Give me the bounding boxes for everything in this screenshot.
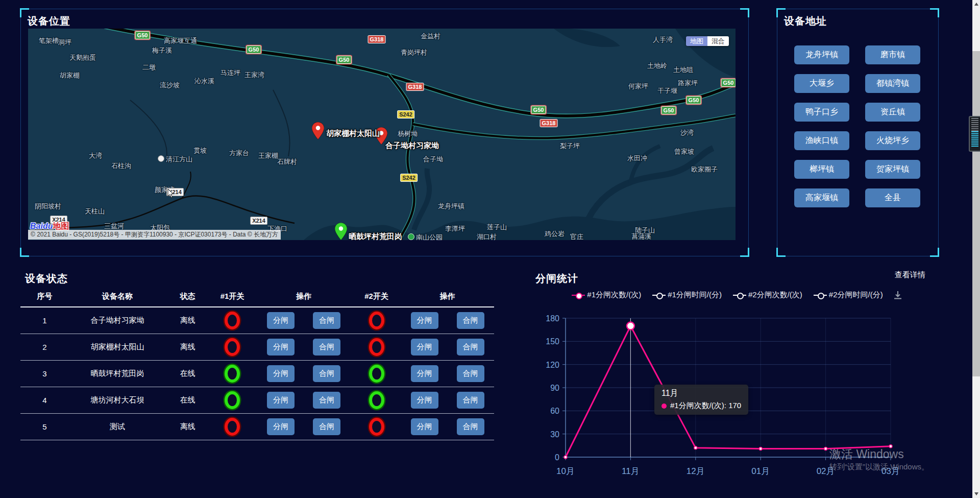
legend-item[interactable]: #2分闸时间/(分) (814, 290, 883, 300)
open-switch1-button[interactable]: 分闸 (267, 418, 295, 435)
scrollbar-up-button[interactable] (972, 0, 980, 8)
switch1-cell (225, 365, 240, 383)
close-switch2-button[interactable]: 合闸 (457, 418, 484, 435)
map-place-label: 官庄 (570, 232, 583, 240)
road-badge-G318: G318 (540, 119, 558, 127)
chart-legend: #1分闸次数/(次)#1分闸时间/(分)#2分闸次数/(次)#2分闸时间/(分) (528, 290, 926, 300)
svg-text:30: 30 (550, 430, 559, 439)
map-place-label: 天鹅抱蛋 (69, 53, 96, 62)
address-button-资丘镇[interactable]: 资丘镇 (865, 103, 920, 122)
address-button-鸭子口乡[interactable]: 鸭子口乡 (794, 103, 849, 122)
close-switch1-button[interactable]: 合闸 (313, 418, 340, 435)
window-scrollbar[interactable] (972, 0, 980, 498)
osd-bottom-stripes (971, 131, 978, 148)
close-switch1-button[interactable]: 合闸 (313, 392, 340, 409)
close-switch1-button[interactable]: 合闸 (313, 339, 340, 355)
switch2-cell (369, 338, 384, 356)
legend-marker-icon (652, 293, 666, 298)
chart-tooltip: 11月 #1分闸次数/(次): 170 (654, 385, 748, 415)
scrollbar-thumb[interactable] (972, 51, 980, 376)
switch1-ops: 分闸合闸 (267, 312, 340, 329)
address-button-榔坪镇[interactable]: 榔坪镇 (794, 160, 849, 179)
table-row: 4塘坊河村大石坝在线分闸合闸分闸合闸 (20, 387, 494, 414)
column-header-状态: 状态 (180, 292, 195, 301)
open-switch2-button[interactable]: 分闸 (411, 339, 438, 355)
table-row: 3晒鼓坪村荒田岗在线分闸合闸分闸合闸 (20, 361, 494, 387)
svg-text:120: 120 (546, 361, 559, 369)
open-switch1-button[interactable]: 分闸 (267, 339, 295, 355)
close-switch2-button[interactable]: 合闸 (457, 339, 484, 355)
map-place-label: 笔架槽 (39, 36, 59, 45)
map-type-map[interactable]: 地图 (686, 36, 707, 46)
baidu-map[interactable]: 笔架槽洞坪高家堰互通梅子溪金益村青岗坪村天鹅抱蛋胡家棚二墩流沙坡沁水溪马连坪王家… (28, 29, 736, 240)
close-switch2-button[interactable]: 合闸 (457, 365, 484, 382)
tooltip-value: #1分闸次数/(次): 170 (670, 401, 741, 411)
open-switch2-button[interactable]: 分闸 (411, 365, 438, 382)
map-place-label: 干子堰 (657, 86, 677, 96)
open-switch1-button[interactable]: 分闸 (267, 392, 295, 409)
legend-item[interactable]: #1分闸时间/(分) (652, 290, 722, 300)
device-location-panel: 设备位置 笔架槽洞坪高家堰互通梅子溪金益村青岗坪村天鹅抱 (20, 9, 749, 256)
device-location-title: 设备位置 (28, 14, 70, 28)
device-address-panel: 设备地址 龙舟坪镇磨市镇大堰乡都镇湾镇鸭子口乡资丘镇渔峡口镇火烧坪乡榔坪镇贺家坪… (777, 9, 939, 256)
address-button-火烧坪乡[interactable]: 火烧坪乡 (865, 131, 920, 150)
panel-corner (930, 248, 939, 257)
map-place-label: 杨树坳 (398, 129, 418, 138)
switch2-led-green (369, 365, 384, 383)
map-place-label: 流沙坡 (160, 81, 180, 90)
map-place-label: 人手湾 (653, 35, 673, 44)
device-name: 胡家棚村太阳山 (91, 342, 144, 352)
open-switch2-button[interactable]: 分闸 (411, 392, 438, 409)
close-switch2-button[interactable]: 合闸 (457, 392, 484, 409)
address-button-磨市镇[interactable]: 磨市镇 (865, 45, 920, 64)
address-button-都镇湾镇[interactable]: 都镇湾镇 (865, 74, 920, 93)
map-place-label: 马连坪 (220, 68, 240, 78)
road-badge-X214: X214 (250, 217, 267, 225)
switch1-led-green (225, 365, 240, 383)
map-place-label: 王家棚 (258, 151, 278, 160)
address-button-贺家坪镇[interactable]: 贺家坪镇 (865, 160, 920, 179)
map-place-label: 洞坪 (58, 38, 71, 47)
open-switch1-button[interactable]: 分闸 (267, 365, 295, 382)
close-switch1-button[interactable]: 合闸 (313, 312, 340, 329)
map-pin-label: 晒鼓坪村荒田岗 (349, 232, 402, 240)
map-place-label: 高家堰互通 (164, 36, 197, 45)
address-button-渔峡口镇[interactable]: 渔峡口镇 (794, 131, 849, 150)
map-place-label: 合子坳 (423, 155, 443, 164)
switch2-cell (369, 391, 384, 409)
device-name: 晒鼓坪村荒田岗 (91, 369, 144, 378)
open-switch1-button[interactable]: 分闸 (267, 312, 295, 329)
legend-item[interactable]: #1分闸次数/(次) (572, 290, 641, 300)
switch2-cell (369, 312, 384, 329)
map-place-label: 大湾 (89, 151, 102, 160)
open-switch2-button[interactable]: 分闸 (411, 312, 438, 329)
map-type-hybrid[interactable]: 混合 (707, 36, 729, 46)
legend-label: #2分闸次数/(次) (748, 290, 802, 300)
status-text: 离线 (180, 422, 195, 432)
switch2-cell (369, 418, 384, 436)
map-pin-晒鼓坪村荒田岗[interactable] (335, 223, 347, 240)
row-index: 2 (42, 343, 46, 351)
address-button-全县[interactable]: 全县 (865, 188, 920, 207)
switch1-ops: 分闸合闸 (267, 392, 340, 409)
address-button-高家堰镇[interactable]: 高家堰镇 (794, 188, 849, 207)
map-pin-胡家棚村太阳山[interactable] (312, 122, 324, 139)
scrollbar-down-button[interactable] (972, 490, 980, 498)
status-text: 离线 (180, 342, 195, 352)
close-switch1-button[interactable]: 合闸 (313, 365, 340, 382)
switch2-ops: 分闸合闸 (411, 418, 484, 435)
switch2-led-red (369, 338, 384, 356)
road-badge-G50: G50 (247, 45, 261, 54)
close-switch2-button[interactable]: 合闸 (457, 312, 484, 329)
open-switch2-button[interactable]: 分闸 (411, 418, 438, 435)
table-row: 1合子坳村习家坳离线分闸合闸分闸合闸 (20, 307, 494, 334)
svg-text:0: 0 (555, 453, 559, 462)
switch2-cell (369, 365, 384, 383)
switch2-led-red (369, 418, 384, 436)
address-button-大堰乡[interactable]: 大堰乡 (794, 74, 849, 93)
map-type-toggle: 地图 混合 (686, 36, 729, 46)
address-button-龙舟坪镇[interactable]: 龙舟坪镇 (794, 45, 849, 64)
legend-item[interactable]: #2分闸次数/(次) (733, 290, 802, 300)
map-place-label: 菖蒲溪 (631, 232, 651, 240)
view-details-link[interactable]: 查看详情 (895, 270, 925, 280)
